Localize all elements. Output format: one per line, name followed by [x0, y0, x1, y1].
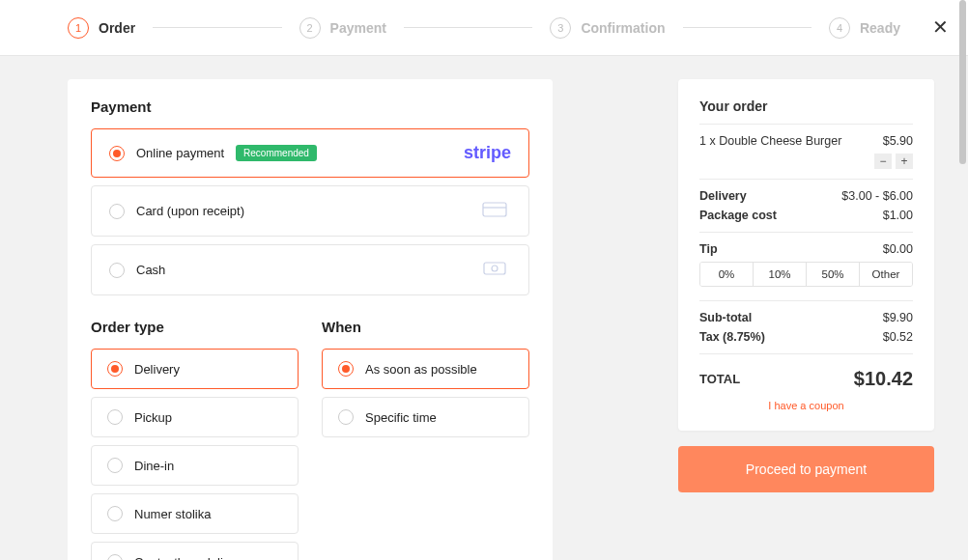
option-label: Delivery [134, 362, 180, 377]
stripe-logo: stripe [464, 143, 511, 163]
tip-options: 0% 10% 50% Other [699, 262, 913, 287]
qty-plus-button[interactable]: + [896, 154, 913, 169]
proceed-button[interactable]: Proceed to payment [678, 446, 934, 492]
checkout-stepper: 1 Order 2 Payment 3 Confirmation 4 Ready… [0, 0, 968, 56]
tip-option-other[interactable]: Other [860, 263, 912, 286]
svg-rect-0 [483, 203, 506, 216]
payment-option-online[interactable]: Online payment Recommended stripe [91, 128, 529, 178]
order-type-pickup[interactable]: Pickup [91, 397, 299, 437]
order-type-dinein[interactable]: Dine-in [91, 445, 299, 486]
tip-row-header: Tip $0.00 [699, 242, 913, 256]
radio-icon [109, 146, 125, 161]
option-label: Contactless delivery [134, 555, 246, 561]
radio-icon [107, 506, 123, 521]
step-number: 1 [68, 17, 89, 39]
option-label: Specific time [365, 410, 437, 425]
step-label: Ready [860, 20, 900, 36]
recommended-badge: Recommended [236, 145, 317, 161]
delivery-row: Delivery $3.00 - $6.00 [699, 189, 913, 203]
step-number: 4 [829, 17, 850, 39]
option-label: Numer stolika [134, 507, 211, 521]
scrollbar[interactable] [958, 0, 966, 560]
order-summary: Your order 1 x Double Cheese Burger $5.9… [678, 79, 934, 431]
svg-rect-2 [484, 263, 505, 274]
summary-title: Your order [699, 98, 913, 114]
radio-icon [107, 458, 123, 473]
step-payment[interactable]: 2 Payment [299, 17, 386, 39]
step-number: 3 [550, 17, 571, 39]
tax-label: Tax (8.75%) [699, 330, 765, 344]
item-price: $5.90 [883, 134, 913, 148]
tip-option-50[interactable]: 50% [807, 263, 860, 286]
tax-row: Tax (8.75%) $0.52 [699, 330, 913, 344]
when-title: When [322, 319, 529, 335]
option-label: As soon as possible [365, 362, 477, 377]
when-specific-time[interactable]: Specific time [322, 397, 529, 437]
step-confirmation[interactable]: 3 Confirmation [550, 17, 665, 39]
subtotal-label: Sub-total [699, 311, 752, 324]
radio-icon [109, 204, 125, 219]
option-label: Card (upon receipt) [136, 204, 244, 218]
step-number: 2 [299, 17, 321, 39]
item-name: 1 x Double Cheese Burger [699, 134, 841, 148]
tip-label: Tip [699, 242, 718, 256]
step-label: Payment [330, 20, 386, 36]
delivery-label: Delivery [699, 189, 747, 203]
option-label: Online payment [136, 146, 224, 160]
radio-icon [338, 361, 354, 377]
qty-minus-button[interactable]: − [874, 154, 892, 169]
subtotal-row: Sub-total $9.90 [699, 311, 913, 324]
total-row: TOTAL $10.42 [699, 368, 913, 390]
package-value: $1.00 [883, 209, 913, 222]
option-label: Pickup [134, 410, 172, 425]
total-label: TOTAL [699, 372, 740, 386]
tax-value: $0.52 [883, 330, 913, 344]
tip-option-0[interactable]: 0% [700, 263, 754, 286]
step-divider [153, 27, 281, 28]
line-item: 1 x Double Cheese Burger $5.90 − + [699, 134, 913, 169]
delivery-value: $3.00 - $6.00 [841, 189, 913, 203]
divider [699, 300, 913, 301]
step-label: Confirmation [581, 20, 665, 36]
divider [699, 124, 913, 125]
card-icon [482, 200, 511, 222]
radio-icon [338, 409, 354, 425]
radio-icon [107, 361, 123, 377]
radio-icon [107, 554, 123, 560]
order-type-table-number[interactable]: Numer stolika [91, 493, 299, 534]
order-type-contactless[interactable]: Contactless delivery [91, 542, 299, 560]
option-label: Cash [136, 263, 165, 277]
coupon-link[interactable]: I have a coupon [699, 400, 913, 411]
options-panel: Payment Online payment Recommended strip… [68, 79, 553, 560]
total-value: $10.42 [854, 368, 913, 390]
cash-icon [482, 259, 511, 281]
radio-icon [107, 409, 123, 425]
tip-option-10[interactable]: 10% [754, 263, 807, 286]
payment-option-card[interactable]: Card (upon receipt) [91, 185, 529, 237]
step-divider [404, 27, 532, 28]
divider [699, 179, 913, 180]
when-asap[interactable]: As soon as possible [322, 349, 529, 389]
package-row: Package cost $1.00 [699, 209, 913, 222]
step-divider [683, 27, 811, 28]
close-icon[interactable]: ✕ [932, 17, 949, 37]
scrollbar-thumb[interactable] [959, 0, 966, 164]
subtotal-value: $9.90 [883, 311, 913, 324]
radio-icon [109, 263, 125, 278]
order-type-delivery[interactable]: Delivery [91, 349, 299, 389]
divider [699, 353, 913, 354]
payment-section-title: Payment [91, 98, 529, 115]
tip-value: $0.00 [883, 242, 913, 256]
option-label: Dine-in [134, 459, 174, 473]
step-ready[interactable]: 4 Ready [829, 17, 900, 39]
order-type-title: Order type [91, 319, 299, 335]
step-order[interactable]: 1 Order [68, 17, 135, 39]
divider [699, 232, 913, 233]
svg-point-3 [492, 266, 498, 271]
package-label: Package cost [699, 209, 777, 222]
step-label: Order [99, 20, 135, 36]
payment-option-cash[interactable]: Cash [91, 244, 529, 295]
